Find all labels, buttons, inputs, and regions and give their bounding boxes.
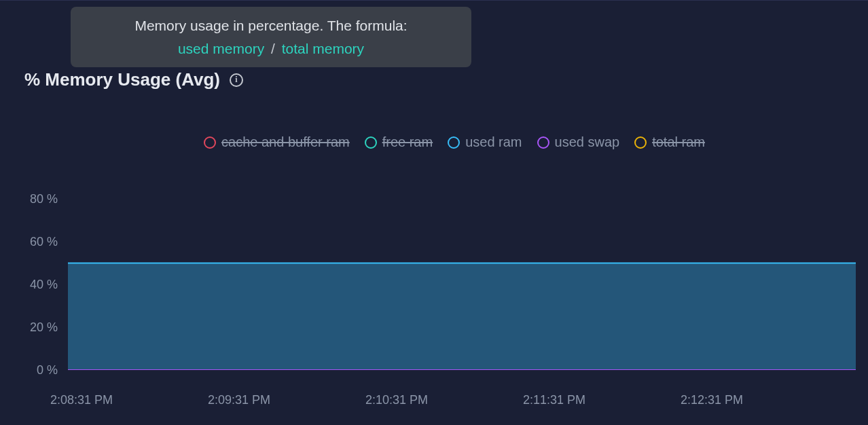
chart-title: % Memory Usage (Avg) — [24, 69, 220, 90]
legend-swatch — [634, 136, 647, 149]
y-tick: 40 % — [20, 278, 58, 292]
x-tick: 2:09:31 PM — [208, 393, 270, 407]
tooltip-total-memory: total memory — [282, 41, 364, 56]
x-tick: 2:08:31 PM — [50, 393, 113, 407]
legend-label: used ram — [465, 134, 522, 150]
x-tick: 2:12:31 PM — [681, 393, 743, 407]
x-tick: 2:10:31 PM — [365, 393, 428, 407]
legend-label: free ram — [382, 134, 433, 150]
chart-tooltip: Memory usage in percentage. The formula:… — [71, 7, 471, 67]
tooltip-slash: / — [271, 41, 275, 56]
y-tick: 20 % — [20, 320, 58, 335]
chart-legend: cache and buffer ramfree ramused ramused… — [0, 134, 868, 150]
legend-swatch — [537, 136, 549, 149]
legend-swatch — [204, 136, 216, 149]
tooltip-formula: used memory / total memory — [84, 38, 458, 60]
tooltip-used-memory: used memory — [178, 41, 264, 56]
legend-swatch — [448, 136, 460, 149]
y-tick: 80 % — [20, 192, 58, 206]
legend-item-used-ram[interactable]: used ram — [448, 134, 522, 150]
chart-title-row: % Memory Usage (Avg) — [24, 69, 243, 90]
x-tick: 2:11:31 PM — [523, 393, 585, 407]
legend-label: used swap — [555, 134, 620, 150]
legend-swatch — [365, 136, 377, 149]
legend-label: total ram — [652, 134, 705, 150]
chart-plot[interactable] — [68, 156, 856, 370]
legend-item-cache-and-buffer-ram[interactable]: cache and buffer ram — [204, 134, 350, 150]
info-icon[interactable] — [230, 73, 243, 87]
legend-label: cache and buffer ram — [221, 134, 350, 150]
legend-item-used-swap[interactable]: used swap — [537, 134, 620, 150]
y-tick: 0 % — [20, 363, 58, 377]
tooltip-line1: Memory usage in percentage. The formula: — [84, 15, 458, 37]
y-tick: 60 % — [20, 235, 58, 249]
legend-item-total-ram[interactable]: total ram — [634, 134, 705, 150]
chart-area: 0 %20 %40 %60 %80 % 2:08:31 PM2:09:31 PM… — [20, 156, 856, 407]
series-area-used-ram — [68, 263, 856, 371]
legend-item-free-ram[interactable]: free ram — [365, 134, 433, 150]
